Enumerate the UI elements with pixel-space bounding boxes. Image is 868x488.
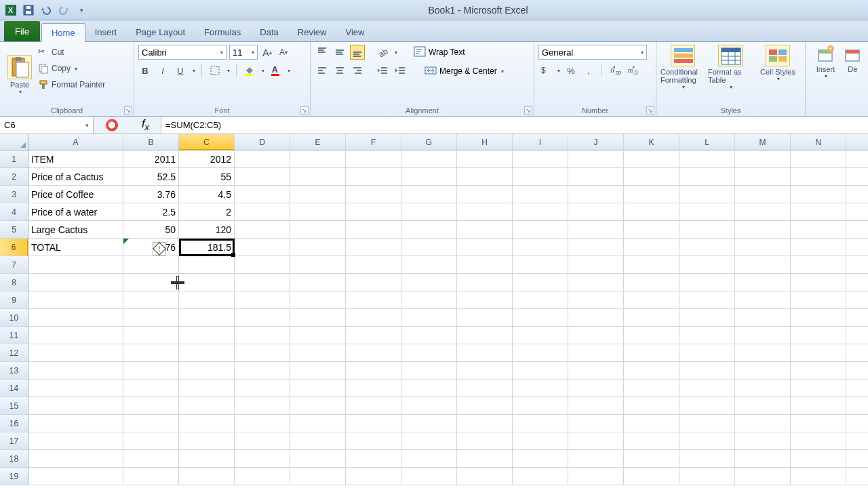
- cell-N8[interactable]: [791, 274, 846, 291]
- cell-K16[interactable]: [624, 415, 679, 432]
- cell-H16[interactable]: [457, 415, 513, 432]
- cell-J19[interactable]: [568, 468, 624, 485]
- column-header-L[interactable]: L: [679, 134, 735, 150]
- cell-B6[interactable]: 1 76: [123, 239, 179, 256]
- cell-C12[interactable]: [179, 344, 235, 362]
- cell-I13[interactable]: [513, 362, 568, 380]
- cell-J10[interactable]: [568, 309, 624, 327]
- cell-N16[interactable]: [791, 415, 846, 432]
- decrease-font-icon[interactable]: A▾: [277, 45, 290, 59]
- cell-G4[interactable]: [401, 203, 457, 221]
- cell-L16[interactable]: [679, 415, 735, 432]
- cell-C14[interactable]: [179, 380, 235, 397]
- align-middle-button[interactable]: [332, 45, 347, 60]
- align-top-button[interactable]: [315, 45, 330, 60]
- decrease-decimal-button[interactable]: .00.0: [626, 64, 639, 77]
- tab-review[interactable]: Review: [288, 22, 336, 41]
- cell-G13[interactable]: [401, 362, 457, 380]
- cell-E15[interactable]: [290, 397, 346, 415]
- cell-N14[interactable]: [791, 380, 846, 397]
- cell-E7[interactable]: [290, 256, 346, 274]
- cell-L19[interactable]: [679, 468, 735, 485]
- cell-M15[interactable]: [735, 397, 791, 415]
- cell-D3[interactable]: [235, 186, 290, 203]
- formula-input[interactable]: =SUM(C2:C5): [161, 117, 868, 134]
- name-box[interactable]: C6▾: [0, 117, 94, 134]
- cell-F5[interactable]: [346, 221, 401, 239]
- cell-N12[interactable]: [791, 344, 846, 362]
- row-header-9[interactable]: 9: [0, 291, 28, 309]
- cell-C13[interactable]: [179, 362, 235, 380]
- orientation-button[interactable]: ab: [376, 45, 391, 60]
- cell-E17[interactable]: [290, 432, 346, 450]
- cell-O8[interactable]: [846, 274, 868, 291]
- cell-H5[interactable]: [457, 221, 513, 239]
- cell-E19[interactable]: [290, 468, 346, 485]
- row-header-16[interactable]: 16: [0, 415, 28, 432]
- cell-A4[interactable]: Price of a water: [28, 203, 123, 221]
- cell-H3[interactable]: [457, 186, 513, 203]
- cell-B5[interactable]: 50: [123, 221, 179, 239]
- cell-C17[interactable]: [179, 432, 235, 450]
- cell-L7[interactable]: [679, 256, 735, 274]
- cell-H19[interactable]: [457, 468, 513, 485]
- cell-I1[interactable]: [513, 150, 568, 168]
- cell-C7[interactable]: [179, 256, 235, 274]
- cell-G7[interactable]: [401, 256, 457, 274]
- column-header-M[interactable]: M: [735, 134, 791, 150]
- cell-K17[interactable]: [624, 432, 679, 450]
- cell-K19[interactable]: [624, 468, 679, 485]
- cell-I4[interactable]: [513, 203, 568, 221]
- cell-B9[interactable]: [123, 291, 179, 309]
- cell-M18[interactable]: [735, 450, 791, 468]
- cell-I3[interactable]: [513, 186, 568, 203]
- font-size-select[interactable]: 11▾: [229, 45, 258, 60]
- cell-K15[interactable]: [624, 397, 679, 415]
- cell-A9[interactable]: [28, 291, 123, 309]
- cell-I15[interactable]: [513, 397, 568, 415]
- cell-D8[interactable]: [235, 274, 290, 291]
- cell-K13[interactable]: [624, 362, 679, 380]
- cell-M6[interactable]: [735, 239, 791, 256]
- cell-G10[interactable]: [401, 309, 457, 327]
- cell-E1[interactable]: [290, 150, 346, 168]
- align-left-button[interactable]: [315, 64, 330, 79]
- bold-button[interactable]: B: [138, 64, 152, 77]
- cell-H10[interactable]: [457, 309, 513, 327]
- cell-K9[interactable]: [624, 291, 679, 309]
- cell-A17[interactable]: [28, 432, 123, 450]
- cell-H15[interactable]: [457, 397, 513, 415]
- borders-button[interactable]: [208, 64, 222, 77]
- cell-D9[interactable]: [235, 291, 290, 309]
- column-header-J[interactable]: J: [568, 134, 624, 150]
- row-header-10[interactable]: 10: [0, 309, 28, 327]
- cell-F12[interactable]: [346, 344, 401, 362]
- cell-E16[interactable]: [290, 415, 346, 432]
- cell-styles-button[interactable]: Cell Styles▾: [755, 45, 800, 105]
- cell-G14[interactable]: [401, 380, 457, 397]
- cell-L3[interactable]: [679, 186, 735, 203]
- cell-C4[interactable]: 2: [179, 203, 235, 221]
- cell-L9[interactable]: [679, 291, 735, 309]
- cell-L11[interactable]: [679, 327, 735, 344]
- undo-icon[interactable]: [39, 3, 53, 17]
- cell-E9[interactable]: [290, 291, 346, 309]
- column-header-B[interactable]: B: [123, 134, 179, 150]
- tab-data[interactable]: Data: [250, 22, 288, 41]
- column-header-A[interactable]: A: [28, 134, 123, 150]
- cell-A6[interactable]: TOTAL: [28, 239, 123, 256]
- cell-L4[interactable]: [679, 203, 735, 221]
- cell-O15[interactable]: [846, 397, 868, 415]
- cell-L1[interactable]: [679, 150, 735, 168]
- cell-J8[interactable]: [568, 274, 624, 291]
- cell-L15[interactable]: [679, 397, 735, 415]
- cell-H1[interactable]: [457, 150, 513, 168]
- cell-J13[interactable]: [568, 362, 624, 380]
- tab-file[interactable]: File: [4, 21, 40, 41]
- increase-indent-button[interactable]: [393, 64, 408, 79]
- cell-G5[interactable]: [401, 221, 457, 239]
- cell-N11[interactable]: [791, 327, 846, 344]
- row-header-19[interactable]: 19: [0, 468, 28, 485]
- cell-I11[interactable]: [513, 327, 568, 344]
- cell-H17[interactable]: [457, 432, 513, 450]
